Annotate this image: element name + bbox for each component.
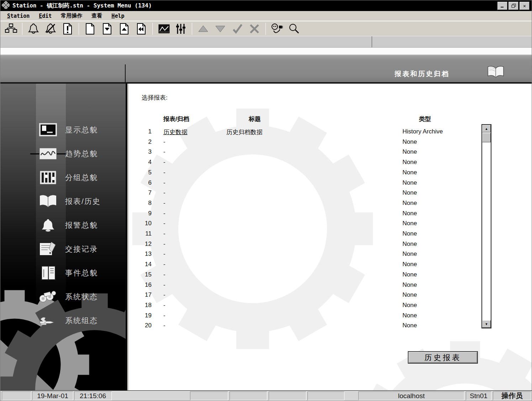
- table-row: 9-None: [129, 210, 532, 220]
- station-network-icon[interactable]: [5, 22, 17, 36]
- menu-item-common-operations[interactable]: 常用操作: [56, 12, 87, 19]
- header-gap: [0, 48, 532, 54]
- message-summary-icon[interactable]: [62, 22, 74, 36]
- row-number: 13: [139, 250, 152, 258]
- page-icon[interactable]: [84, 22, 96, 36]
- status-blank-panel: [269, 391, 306, 400]
- menu-item-view[interactable]: 查看: [87, 12, 107, 19]
- column-header-title: 标题: [249, 115, 261, 123]
- toolbar-separator: [265, 23, 266, 35]
- alarm-bell-icon[interactable]: [27, 22, 39, 36]
- raise-icon[interactable]: [197, 22, 209, 36]
- sidebar-item-label: 系统状态: [65, 292, 98, 302]
- alarm-acknowledge-icon[interactable]: [44, 22, 57, 36]
- report-cell: -: [163, 250, 165, 258]
- row-number: 8: [139, 200, 152, 207]
- menu-item-edit[interactable]: Edit: [34, 13, 56, 19]
- type-cell: None: [402, 281, 417, 289]
- table-row: 2-None: [129, 138, 532, 148]
- history-report-button[interactable]: 历史报表: [408, 351, 478, 364]
- accept-icon[interactable]: [231, 22, 243, 36]
- connect-icon[interactable]: [271, 22, 283, 36]
- sidebar-item-label: 事件总貌: [65, 268, 98, 278]
- page-back-icon[interactable]: [135, 22, 147, 36]
- status-user: 操作员: [493, 391, 531, 400]
- type-cell: None: [402, 302, 417, 309]
- status-bar: 19-Mar-01 21:15:06 localhost Stn01 操作员: [0, 390, 532, 401]
- type-cell: None: [402, 148, 417, 155]
- scrollbar-up-icon[interactable]: ▲: [482, 125, 491, 132]
- table-row: 18-None: [129, 302, 532, 312]
- station-window: Station - 镇江制药.stn - System Menu (134) ✕…: [0, 0, 532, 401]
- system-status-icon: [37, 289, 59, 305]
- report-list-scrollbar[interactable]: ▲ ▼: [481, 124, 491, 328]
- sidebar-item-report-history[interactable]: 报表/历史: [0, 189, 126, 213]
- scrollbar-down-icon[interactable]: ▼: [482, 320, 491, 328]
- toolbar-panel-left: [0, 36, 372, 47]
- row-number: 6: [139, 179, 152, 186]
- type-cell: None: [402, 241, 417, 248]
- row-number: 11: [139, 230, 152, 237]
- type-cell: None: [402, 322, 417, 329]
- toolbar-second-row: [0, 36, 532, 48]
- type-cell: None: [402, 169, 417, 176]
- report-link[interactable]: 历史数据: [163, 128, 188, 136]
- page-down-icon[interactable]: [101, 22, 113, 36]
- sidebar-item-alarm-overview[interactable]: 报警总貌: [0, 213, 126, 237]
- lower-icon[interactable]: [214, 22, 226, 36]
- table-row: 7-None: [129, 189, 532, 199]
- report-cell: -: [163, 271, 165, 278]
- toolbar-separator: [152, 23, 153, 35]
- restore-button[interactable]: [509, 2, 518, 10]
- menu-item-help[interactable]: Help: [107, 13, 129, 19]
- sidebar-item-group-overview[interactable]: 分组总貌: [0, 165, 126, 189]
- table-row: 6-None: [129, 179, 532, 189]
- type-cell: None: [402, 179, 417, 186]
- title-cell: 历史归档数据: [226, 128, 263, 136]
- type-cell: None: [402, 261, 417, 268]
- table-row: 14-None: [129, 261, 532, 271]
- header-divider: [125, 64, 126, 82]
- trend-icon[interactable]: [158, 22, 170, 36]
- minimize-button[interactable]: [497, 2, 507, 10]
- type-cell: None: [402, 312, 417, 319]
- row-number: 1: [139, 128, 152, 135]
- row-number: 18: [139, 302, 152, 309]
- close-button[interactable]: ✕: [520, 2, 530, 10]
- page-up-icon[interactable]: [118, 22, 130, 36]
- title-bar: Station - 镇江制药.stn - System Menu (134) ✕: [0, 0, 532, 11]
- main-content: 选择报表: 报表/归档 标题 类型 1历史数据历史归档数据History Arc…: [129, 84, 532, 390]
- row-number: 15: [139, 271, 152, 278]
- group-icon[interactable]: [175, 22, 187, 36]
- menu-item-station[interactable]: Station: [2, 13, 34, 19]
- page-title: 报表和历史归档: [395, 69, 449, 79]
- sidebar-item-label: 显示总貌: [65, 125, 98, 135]
- column-header-type: 类型: [419, 115, 431, 123]
- status-station-id: Stn01: [466, 391, 491, 400]
- sidebar-item-display-overview[interactable]: 显示总貌: [0, 118, 126, 142]
- sidebar-item-system-status[interactable]: 系统状态: [0, 285, 126, 308]
- status-blank-panel: [307, 391, 344, 400]
- report-cell: -: [163, 281, 165, 289]
- sidebar-item-system-config[interactable]: 系统组态: [0, 308, 126, 332]
- scrollbar-thumb[interactable]: [482, 133, 491, 142]
- cancel-icon[interactable]: [248, 22, 260, 36]
- sidebar-items: 显示总貌 趋势总貌 分组总貌 报表/历史: [0, 118, 126, 332]
- sidebar-item-trend-overview[interactable]: 趋势总貌: [0, 142, 126, 165]
- status-host: localhost: [358, 391, 464, 400]
- report-cell: -: [163, 210, 165, 217]
- alarm-overview-icon: [37, 217, 59, 233]
- report-history-icon: [37, 194, 59, 209]
- search-icon[interactable]: [288, 22, 300, 36]
- report-cell: -: [163, 200, 165, 207]
- sidebar-item-handover-log[interactable]: 交接记录: [0, 237, 126, 261]
- toolbar-separator: [79, 23, 79, 35]
- table-row: 15-None: [129, 271, 532, 281]
- table-row: 12-None: [129, 241, 532, 250]
- sidebar-item-event-overview[interactable]: 事件总貌: [0, 261, 126, 285]
- type-cell: None: [402, 291, 417, 299]
- report-cell: -: [163, 291, 165, 299]
- row-number: 5: [139, 169, 152, 176]
- report-cell: -: [163, 230, 165, 237]
- table-row: 5-None: [129, 169, 532, 179]
